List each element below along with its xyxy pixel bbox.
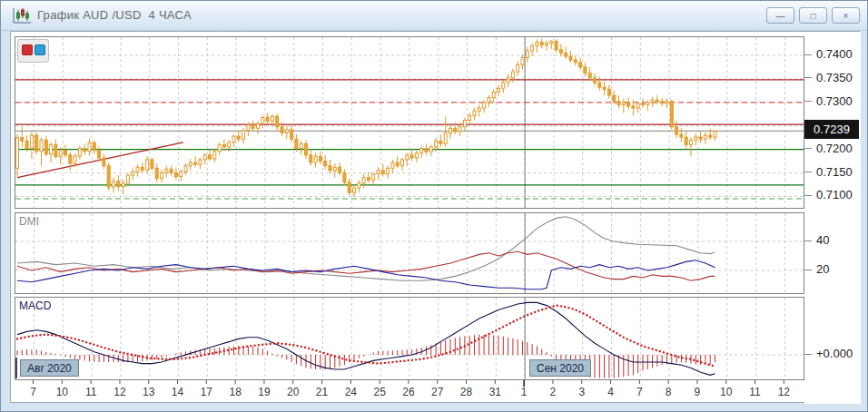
red-marker-button[interactable] <box>22 44 33 55</box>
candle-body <box>391 162 394 168</box>
candle-body <box>401 160 404 166</box>
date-label: 17 <box>194 386 218 398</box>
candle-body <box>367 178 370 181</box>
macd-signal-line <box>17 306 715 367</box>
macd-panel[interactable]: MACD Авг 2020 Сен 2020 <box>15 297 804 380</box>
candle-body <box>709 135 712 137</box>
scale-tick <box>804 354 812 355</box>
candle-body <box>189 162 192 166</box>
chart-client-area: DMI MACD Авг 2020 Сен 2020 7101112131417… <box>10 31 860 403</box>
candle-body <box>16 138 19 169</box>
candle-body <box>64 151 67 155</box>
price-panel[interactable] <box>15 36 804 209</box>
candle-body <box>218 144 221 151</box>
candle-body <box>685 137 687 144</box>
candle-body <box>670 102 673 127</box>
candle-body <box>69 155 72 163</box>
date-label: 13 <box>137 386 161 398</box>
candle-body <box>511 72 514 78</box>
candle-body <box>540 42 543 44</box>
candle-body <box>488 98 490 103</box>
candle-body <box>261 117 264 123</box>
candle-body <box>209 155 212 159</box>
date-label: 31 <box>483 386 507 398</box>
candle-body <box>617 102 620 105</box>
candle-body <box>531 46 534 51</box>
date-label: 12 <box>772 386 795 398</box>
date-label: 20 <box>281 386 305 398</box>
date-label: 11 <box>744 386 767 398</box>
candle-body <box>203 155 206 160</box>
price-label: 0.7350 <box>816 71 853 85</box>
date-label: 3 <box>570 386 594 398</box>
title-bar[interactable]: График AUD /USD 4 ЧАСА — □ × <box>1 1 867 31</box>
candle-body <box>661 102 664 103</box>
blue-marker-button[interactable] <box>35 44 45 55</box>
candle-body <box>113 181 115 187</box>
candle-body <box>93 142 95 150</box>
price-label: 0.7400 <box>816 47 853 62</box>
month-label-august: Авг 2020 <box>20 359 79 377</box>
date-label: 28 <box>455 386 478 398</box>
candle-body <box>565 53 567 56</box>
candle-body <box>199 160 202 164</box>
date-label: 2 <box>541 386 565 398</box>
candle-body <box>507 78 509 83</box>
candle-body <box>594 78 597 83</box>
candle-body <box>155 168 158 178</box>
candle-body <box>146 160 149 170</box>
date-label: 1 <box>512 386 536 398</box>
candle-body <box>324 162 327 166</box>
candle-body <box>632 106 635 108</box>
macd-scale-label: +0.000 <box>816 347 853 361</box>
date-label: 10 <box>50 386 74 398</box>
candlestick-chart-icon <box>12 7 32 25</box>
candle-body <box>469 115 471 120</box>
candle-body <box>381 171 384 174</box>
price-scale[interactable]: 0.74000.73500.73000.72000.71500.71004020… <box>804 32 861 404</box>
macd-line <box>17 302 715 375</box>
candle-body <box>291 130 293 139</box>
candle-body <box>555 41 557 49</box>
candle-body <box>266 117 269 121</box>
minimize-button[interactable]: — <box>766 7 794 24</box>
candle-body <box>642 103 645 105</box>
candle-body <box>651 100 654 103</box>
date-label: 14 <box>166 386 190 398</box>
candle-body <box>387 168 390 173</box>
candle-body <box>252 125 254 129</box>
candle-body <box>574 60 577 63</box>
dmi-scale-label: 40 <box>816 233 829 248</box>
candle-body <box>228 142 231 147</box>
candle-body <box>117 181 120 187</box>
adx-line <box>17 217 715 280</box>
price-label: 0.7200 <box>816 142 853 156</box>
candle-body <box>21 138 24 142</box>
candle-body <box>122 183 124 187</box>
restore-button[interactable]: □ <box>799 7 827 24</box>
close-button[interactable]: × <box>832 7 860 24</box>
candle-body <box>449 128 452 132</box>
candle-body <box>126 175 129 183</box>
candle-body <box>579 63 582 67</box>
candle-body <box>439 141 442 143</box>
dmi-panel[interactable]: DMI <box>15 212 804 294</box>
minus_di-line <box>17 260 715 289</box>
candle-body <box>656 100 658 102</box>
date-label: 18 <box>223 386 247 398</box>
candle-body <box>459 127 461 132</box>
candle-body <box>598 83 601 87</box>
date-label: 12 <box>108 386 132 398</box>
date-label: 11 <box>79 386 103 398</box>
date-label: 4 <box>599 386 623 398</box>
candle-body <box>40 140 43 151</box>
candle-body <box>237 136 240 139</box>
date-label: 21 <box>311 386 334 398</box>
candle-body <box>88 142 91 151</box>
candle-body <box>84 149 86 152</box>
candle-body <box>74 156 76 163</box>
candle-body <box>492 92 495 97</box>
candle-body <box>478 108 480 111</box>
date-label: 7 <box>627 386 651 398</box>
candle-body <box>680 134 683 137</box>
